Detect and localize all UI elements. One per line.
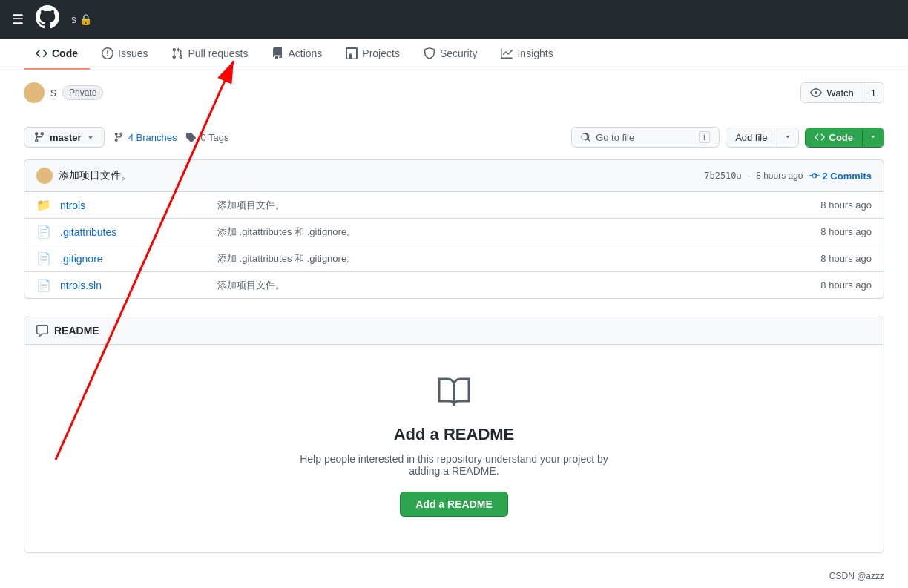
readme-book-icon — [436, 374, 472, 416]
file-icon-gitignore: 📄 — [36, 251, 51, 265]
file-name-sln[interactable]: ntrols.sln — [60, 280, 208, 291]
watch-button[interactable]: Watch 1 — [800, 82, 884, 103]
file-time-gitignore: 8 hours ago — [797, 253, 872, 264]
add-readme-button[interactable]: Add a README — [400, 492, 507, 517]
private-badge: Private — [62, 85, 103, 100]
readme-description: Help people interested in this repositor… — [291, 453, 617, 477]
file-row-gitignore: 📄 .gitignore 添加 .gitattributes 和 .gitign… — [24, 245, 884, 272]
file-commit-msg-gitattributes: 添加 .gitattributes 和 .gitignore。 — [217, 225, 789, 239]
main-content: master 4 Branches 0 Tags Go to file t — [0, 115, 908, 565]
watch-count[interactable]: 1 — [863, 84, 884, 102]
tags-info[interactable]: 0 Tags — [185, 132, 228, 143]
readme-title: Add a README — [394, 425, 515, 444]
file-commit-msg-sln: 添加项目文件。 — [217, 279, 789, 292]
commit-hash[interactable]: 7b2510a — [704, 171, 742, 181]
commit-author-avatar — [36, 168, 53, 184]
file-row-folder: 📁 ntrols 添加项目文件。 8 hours ago — [24, 192, 884, 219]
page-credit: CSDN @azzz — [0, 565, 908, 587]
commit-bar-right: 7b2510a · 8 hours ago 2 Commits — [704, 171, 872, 182]
repo-tabs-bar: Code Issues Pull requests Actions Projec… — [0, 39, 908, 70]
tab-insights[interactable]: Insights — [489, 39, 565, 70]
folder-icon: 📁 — [36, 198, 51, 212]
file-icon-gitattributes: 📄 — [36, 225, 51, 239]
add-file-main-button[interactable]: Add file — [726, 128, 777, 147]
branches-info[interactable]: 4 Branches — [114, 132, 177, 143]
shortcut-key: t — [699, 131, 710, 143]
commit-info-bar: 添加项目文件。 7b2510a · 8 hours ago 2 Commits — [24, 159, 884, 192]
tab-code[interactable]: Code — [24, 39, 90, 70]
branch-selector[interactable]: master — [24, 127, 105, 148]
file-row-gitattributes: 📄 .gitattributes 添加 .gitattributes 和 .gi… — [24, 219, 884, 245]
branch-bar-right: Go to file t Add file Code — [571, 127, 884, 148]
file-name-gitattributes[interactable]: .gitattributes — [60, 226, 208, 238]
github-logo-icon[interactable] — [36, 5, 59, 33]
code-main-button[interactable]: Code — [806, 128, 863, 147]
branch-bar: master 4 Branches 0 Tags Go to file t — [24, 127, 884, 148]
repo-name-nav: s 🔒 — [71, 13, 92, 25]
readme-body: Add a README Help people interested in t… — [24, 345, 884, 552]
file-table: 📁 ntrols 添加项目文件。 8 hours ago 📄 .gitattri… — [24, 192, 884, 299]
tags-link[interactable]: 0 Tags — [200, 132, 228, 143]
commits-link[interactable]: 2 Commits — [809, 171, 872, 182]
file-name-folder[interactable]: ntrols — [60, 199, 208, 211]
commit-time-text: 8 hours ago — [756, 171, 803, 181]
readme-section: README Add a README Help people interest… — [24, 317, 884, 553]
file-time-folder: 8 hours ago — [797, 199, 872, 211]
tab-security[interactable]: Security — [412, 39, 490, 70]
file-time-sln: 8 hours ago — [797, 280, 872, 291]
file-commit-msg-folder: 添加项目文件。 — [217, 199, 789, 212]
commit-time: · — [748, 171, 750, 181]
branches-link[interactable]: 4 Branches — [128, 132, 177, 143]
file-commit-msg-gitignore: 添加 .gitattributes 和 .gitignore。 — [217, 252, 789, 265]
commit-bar-left: 添加项目文件。 — [36, 168, 131, 184]
top-navigation: ☰ s 🔒 — [0, 0, 908, 39]
file-time-gitattributes: 8 hours ago — [797, 226, 872, 237]
tab-pull-requests[interactable]: Pull requests — [159, 39, 260, 70]
tab-projects[interactable]: Projects — [334, 39, 412, 70]
add-file-dropdown-arrow[interactable] — [777, 128, 798, 147]
add-file-button[interactable]: Add file — [726, 128, 798, 148]
commit-message-text: 添加项目文件。 — [59, 169, 131, 182]
repo-full-name: s — [50, 86, 56, 99]
tab-issues[interactable]: Issues — [90, 39, 159, 70]
tab-actions[interactable]: Actions — [260, 39, 334, 70]
readme-header: README — [24, 317, 884, 345]
file-row-sln: 📄 ntrols.sln 添加项目文件。 8 hours ago — [24, 272, 884, 298]
repo-header: s Private Watch 1 — [0, 70, 908, 115]
code-button[interactable]: Code — [805, 128, 885, 148]
go-to-file-button[interactable]: Go to file t — [571, 127, 720, 148]
file-name-gitignore[interactable]: .gitignore — [60, 253, 208, 265]
repo-owner-avatar — [24, 82, 45, 103]
hamburger-icon[interactable]: ☰ — [12, 11, 24, 27]
code-dropdown-arrow[interactable] — [863, 128, 884, 147]
branch-bar-left: master 4 Branches 0 Tags — [24, 127, 228, 148]
repo-header-left: s Private — [24, 82, 103, 103]
file-icon-sln: 📄 — [36, 278, 51, 292]
watch-button-main[interactable]: Watch — [801, 83, 863, 102]
